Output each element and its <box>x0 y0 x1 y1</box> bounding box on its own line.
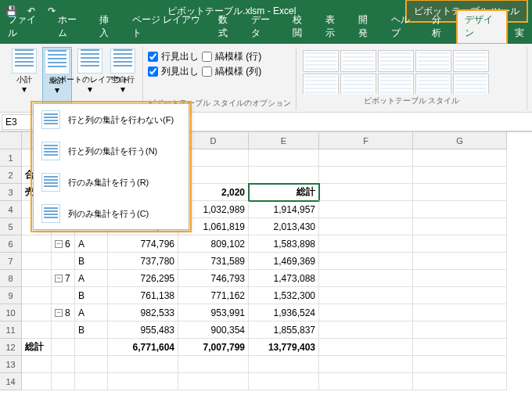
cell[interactable]: 13,779,403 <box>249 339 319 356</box>
tab-help[interactable]: ヘルプ <box>383 10 425 44</box>
cell[interactable] <box>52 373 75 390</box>
select-all-corner[interactable] <box>0 132 22 149</box>
cell[interactable]: 809,102 <box>178 235 249 253</box>
col-header[interactable]: E <box>249 132 319 149</box>
cell[interactable] <box>413 184 507 201</box>
tab-design[interactable]: デザイン <box>457 10 507 44</box>
row-header[interactable]: 14 <box>0 373 22 390</box>
cell[interactable]: 1,855,837 <box>249 322 319 339</box>
cell[interactable] <box>413 322 507 339</box>
cell[interactable] <box>22 270 52 287</box>
cell[interactable]: 1,936,524 <box>249 304 319 322</box>
row-header[interactable]: 1 <box>0 149 22 167</box>
chk-row-headers[interactable]: 行見出し <box>148 50 199 63</box>
cell[interactable] <box>413 235 507 253</box>
cell[interactable] <box>22 373 52 390</box>
cell[interactable] <box>413 253 507 270</box>
cell[interactable] <box>319 167 413 184</box>
blankrows-button[interactable]: 空白行▾ <box>108 47 138 107</box>
cell[interactable]: B <box>75 322 108 339</box>
style-thumb[interactable] <box>415 74 451 94</box>
tab-formulas[interactable]: 数式 <box>210 10 243 44</box>
subtotal-button[interactable]: 小計▾ <box>9 47 39 107</box>
tab-extra[interactable]: 実 <box>507 23 532 44</box>
cell[interactable]: −7 <box>52 270 75 287</box>
cell[interactable]: 955,483 <box>108 322 178 339</box>
cell[interactable]: 1,583,898 <box>249 235 319 253</box>
row-header[interactable]: 11 <box>0 322 22 339</box>
style-thumb[interactable] <box>340 74 376 94</box>
cell[interactable] <box>22 253 52 270</box>
tab-data[interactable]: データ <box>243 10 285 44</box>
cell[interactable] <box>319 339 413 356</box>
cell[interactable]: −6 <box>52 235 75 253</box>
cell[interactable] <box>413 356 507 373</box>
cell[interactable] <box>319 373 413 390</box>
cell[interactable]: B <box>75 253 108 270</box>
name-box[interactable] <box>2 114 36 130</box>
cell[interactable] <box>178 356 249 373</box>
cell[interactable] <box>413 339 507 356</box>
tab-insert[interactable]: 挿入 <box>92 10 124 44</box>
cell[interactable]: 953,991 <box>178 304 249 322</box>
cell[interactable] <box>319 218 413 235</box>
cell[interactable]: 6,771,604 <box>108 339 178 356</box>
cell[interactable]: 746,793 <box>178 270 249 287</box>
cell[interactable] <box>22 322 52 339</box>
style-thumb[interactable] <box>378 74 414 94</box>
cell[interactable] <box>108 373 178 390</box>
cell[interactable] <box>22 304 52 322</box>
cell[interactable] <box>319 235 413 253</box>
row-header[interactable]: 5 <box>0 218 22 235</box>
cell[interactable]: 982,533 <box>108 304 178 322</box>
dd-off-rows-cols[interactable]: 行と列の集計を行わない(F) <box>34 104 189 135</box>
style-thumb[interactable] <box>453 50 489 72</box>
cell[interactable] <box>108 356 178 373</box>
cell[interactable] <box>413 167 507 184</box>
cell[interactable] <box>319 201 413 218</box>
cell[interactable]: A <box>75 304 108 322</box>
cell[interactable] <box>319 322 413 339</box>
row-header[interactable]: 9 <box>0 287 22 304</box>
cell[interactable]: 771,162 <box>178 287 249 304</box>
cell[interactable]: 1,469,369 <box>249 253 319 270</box>
cell[interactable] <box>178 373 249 390</box>
collapse-icon[interactable]: − <box>55 275 63 282</box>
cell[interactable] <box>249 373 319 390</box>
chk-col-headers[interactable]: 列見出し <box>148 65 199 78</box>
tab-home[interactable]: ホーム <box>50 10 92 44</box>
style-thumb[interactable] <box>378 50 414 72</box>
style-gallery[interactable] <box>301 47 522 94</box>
reportlayout-button[interactable]: レポートのレイアウト▾ <box>75 47 105 107</box>
cell[interactable] <box>75 356 108 373</box>
row-header[interactable]: 3 <box>0 184 22 201</box>
row-header[interactable]: 6 <box>0 235 22 253</box>
row-header[interactable]: 7 <box>0 253 22 270</box>
cell[interactable] <box>319 270 413 287</box>
cell[interactable]: 総計 <box>249 184 319 201</box>
tab-view[interactable]: 表示 <box>318 10 350 44</box>
row-header[interactable]: 8 <box>0 270 22 287</box>
cell[interactable] <box>319 356 413 373</box>
row-header[interactable]: 10 <box>0 304 22 322</box>
row-header[interactable]: 2 <box>0 167 22 184</box>
chk-banded-cols[interactable]: 縞模様 (列) <box>202 65 261 78</box>
cell[interactable]: A <box>75 235 108 253</box>
cell[interactable]: 2,013,430 <box>249 218 319 235</box>
chk-banded-rows[interactable]: 縞模様 (行) <box>202 50 261 63</box>
cell[interactable]: 761,138 <box>108 287 178 304</box>
cell[interactable] <box>249 149 319 167</box>
tab-developer[interactable]: 開発 <box>350 10 383 44</box>
collapse-icon[interactable]: − <box>55 309 63 317</box>
cell[interactable]: 900,354 <box>178 322 249 339</box>
cell[interactable]: 1,473,088 <box>249 270 319 287</box>
cell[interactable]: 1,532,300 <box>249 287 319 304</box>
style-thumb[interactable] <box>415 50 451 72</box>
row-header[interactable]: 13 <box>0 356 22 373</box>
cell[interactable] <box>413 149 507 167</box>
cell[interactable] <box>319 287 413 304</box>
tab-file[interactable]: ファイル <box>0 10 50 44</box>
style-thumb[interactable] <box>340 50 376 72</box>
tab-pagelayout[interactable]: ページ レイアウト <box>124 10 211 44</box>
dd-on-rows-cols[interactable]: 行と列の集計を行う(N) <box>34 135 189 167</box>
